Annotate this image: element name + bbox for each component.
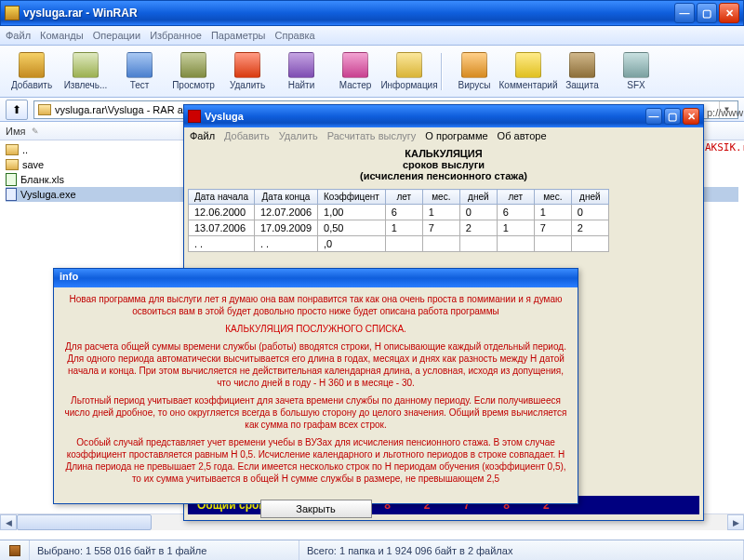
toolbar-icon <box>623 52 649 78</box>
toolbar-icon <box>19 52 45 78</box>
status-right: Всего: 1 папка и 1 924 096 байт в 2 файл… <box>307 545 512 556</box>
scroll-right[interactable]: ▶ <box>727 514 744 530</box>
menu-Операции[interactable]: Операции <box>93 30 140 41</box>
toolbar-icon <box>515 52 541 78</box>
info-body: Новая программа для выслуги лет я думаю … <box>54 287 578 496</box>
status-left: Выбрано: 1 558 016 байт в 1 файле <box>37 545 206 556</box>
vysluga-table[interactable]: Дата началаДата концаКоэффицентлетмес.дн… <box>188 189 609 252</box>
toolbar-Добавить[interactable]: Добавить <box>6 48 58 95</box>
xls-icon <box>6 173 17 186</box>
vysluga-heading: КАЛЬКУЛЯЦИЯ сроков выслуги (исчисления п… <box>184 144 703 189</box>
vmenu-1[interactable]: Добавить <box>224 130 270 141</box>
folder-icon <box>38 104 51 115</box>
toolbar-Мастер[interactable]: Мастер <box>329 48 381 95</box>
scroll-thumb[interactable] <box>17 514 152 530</box>
toolbar-icon <box>569 52 595 78</box>
winrar-menubar: ФайлКомандыОперацииИзбранноеПараметрыСпр… <box>0 26 744 46</box>
menu-Справка[interactable]: Справка <box>275 30 315 41</box>
vysluga-menubar: ФайлДобавитьУдалитьРасчитать выслугуО пр… <box>184 127 703 144</box>
scroll-left[interactable]: ◀ <box>0 514 17 530</box>
statusbar: Выбрано: 1 558 016 байт в 1 файле Всего:… <box>0 540 744 560</box>
vmenu-4[interactable]: О программе <box>425 130 487 141</box>
toolbar-Удалить[interactable]: Удалить <box>221 48 273 95</box>
menu-Команды[interactable]: Команды <box>40 30 84 41</box>
winrar-icon <box>5 6 20 20</box>
toolbar-icon <box>342 52 368 78</box>
menu-Параметры[interactable]: Параметры <box>211 30 266 41</box>
info-title[interactable]: info <box>54 269 578 287</box>
vmenu-5[interactable]: Об авторе <box>498 130 547 141</box>
vysluga-icon <box>188 110 201 123</box>
folder-icon <box>6 159 19 170</box>
v-close[interactable]: ✕ <box>683 108 699 125</box>
toolbar-Найти[interactable]: Найти <box>275 48 327 95</box>
window-title: vysluga.rar - WinRAR <box>23 7 674 20</box>
toolbar-icon <box>126 52 153 78</box>
table-row[interactable]: 13.07.200617.09.20090,50172172 <box>189 220 609 236</box>
info-close-button[interactable]: Закрыть <box>260 500 372 518</box>
toolbar-SFX[interactable]: SFX <box>610 48 662 95</box>
toolbar-icon <box>461 52 487 78</box>
status-icon <box>9 545 20 556</box>
vysluga-title: Vysluga <box>205 111 645 122</box>
toolbar-Извлечь...[interactable]: Извлечь... <box>60 48 112 95</box>
menu-Файл[interactable]: Файл <box>6 30 31 41</box>
toolbar-icon <box>396 52 422 78</box>
vmenu-2[interactable]: Удалить <box>279 130 318 141</box>
up-button[interactable]: ⬆ <box>6 100 28 120</box>
maximize-button[interactable]: ▢ <box>697 3 717 23</box>
minimize-button[interactable]: — <box>674 3 695 23</box>
toolbar-icon <box>180 52 206 78</box>
url-fragment: p://www <box>707 107 744 118</box>
toolbar-icon <box>288 52 314 78</box>
toolbar-Комментарий[interactable]: Комментарий <box>502 48 554 95</box>
v-minimize[interactable]: — <box>645 108 662 125</box>
vmenu-0[interactable]: Файл <box>190 130 215 141</box>
site-fragment: AKSIK.ru <box>705 141 744 153</box>
table-row[interactable]: . .. .,0 <box>189 236 609 252</box>
toolbar-Просмотр[interactable]: Просмотр <box>167 48 219 95</box>
toolbar-Защита[interactable]: Защита <box>556 48 608 95</box>
toolbar-icon <box>73 52 99 78</box>
vmenu-3[interactable]: Расчитать выслугу <box>327 130 417 141</box>
close-button[interactable]: ✕ <box>719 3 739 23</box>
v-maximize[interactable]: ▢ <box>664 108 681 125</box>
winrar-toolbar: ДобавитьИзвлечь...ТестПросмотрУдалитьНай… <box>0 46 744 98</box>
vysluga-titlebar[interactable]: Vysluga — ▢ ✕ <box>184 105 703 127</box>
toolbar-Вирусы[interactable]: Вирусы <box>448 48 500 95</box>
info-window: info Новая программа для выслуги лет я д… <box>53 268 578 504</box>
toolbar-Тест[interactable]: Тест <box>113 48 166 95</box>
winrar-titlebar[interactable]: vysluga.rar - WinRAR — ▢ ✕ <box>0 0 744 26</box>
exe-icon <box>6 188 17 201</box>
folder-icon <box>6 144 19 155</box>
table-row[interactable]: 12.06.200012.07.20061,00610610 <box>189 205 609 220</box>
toolbar-Информация[interactable]: Информация <box>383 48 435 95</box>
toolbar-icon <box>234 52 260 78</box>
menu-Избранное[interactable]: Избранное <box>150 30 202 41</box>
